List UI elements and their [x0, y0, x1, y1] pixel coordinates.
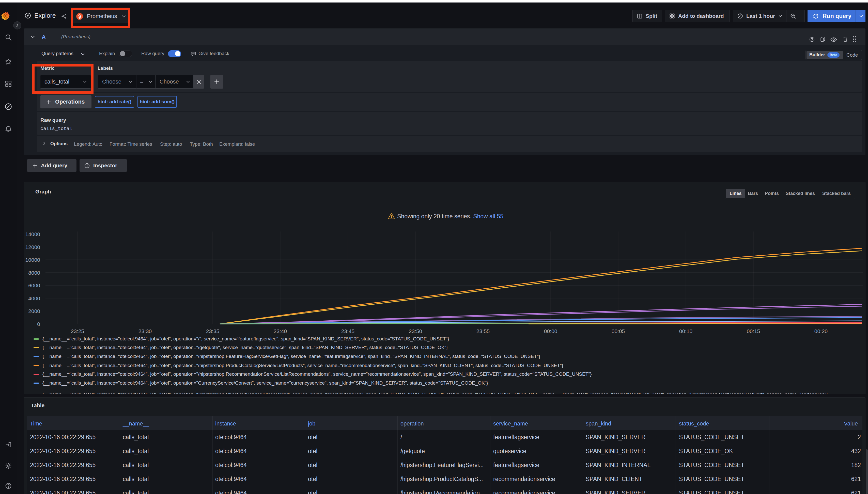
svg-text:6000: 6000: [28, 283, 40, 288]
svg-text:4000: 4000: [28, 296, 40, 301]
svg-text:23:25: 23:25: [71, 328, 84, 334]
svg-text:2000: 2000: [28, 308, 40, 314]
svg-text:00:15: 00:15: [747, 328, 760, 334]
svg-text:23:30: 23:30: [139, 328, 152, 334]
svg-text:23:40: 23:40: [274, 328, 287, 334]
svg-text:0: 0: [37, 321, 40, 327]
svg-text:00:00: 00:00: [544, 328, 558, 334]
svg-text:14000: 14000: [25, 231, 40, 237]
svg-text:23:35: 23:35: [206, 328, 219, 334]
svg-text:23:50: 23:50: [409, 328, 422, 334]
svg-text:8000: 8000: [28, 270, 40, 276]
svg-text:12000: 12000: [25, 244, 40, 250]
svg-text:00:20: 00:20: [814, 328, 828, 334]
svg-text:23:55: 23:55: [476, 328, 490, 334]
svg-text:23:45: 23:45: [341, 328, 355, 334]
svg-text:10000: 10000: [25, 257, 40, 263]
svg-text:00:05: 00:05: [612, 328, 625, 334]
svg-text:00:10: 00:10: [679, 328, 693, 334]
